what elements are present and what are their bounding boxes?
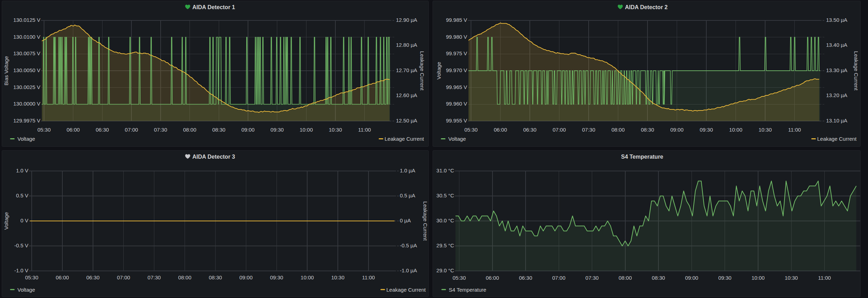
svg-text:29.0 °C: 29.0 °C [436, 267, 454, 273]
svg-text:Voltage: Voltage [448, 136, 466, 142]
svg-text:09:00: 09:00 [241, 127, 255, 133]
svg-text:13.50 µA: 13.50 µA [826, 17, 847, 23]
svg-text:06:00: 06:00 [494, 127, 507, 133]
svg-text:09:00: 09:00 [685, 275, 699, 281]
svg-text:130.0075 V: 130.0075 V [13, 50, 41, 56]
svg-text:07:00: 07:00 [552, 275, 566, 281]
svg-text:13.40 µA: 13.40 µA [826, 42, 847, 48]
svg-text:Voltage: Voltage [18, 136, 35, 142]
svg-text:1.0 µA: 1.0 µA [400, 167, 415, 173]
svg-text:10:00: 10:00 [300, 127, 313, 133]
svg-text:AIDA Detector 1: AIDA Detector 1 [192, 4, 235, 10]
svg-text:0.5 µA: 0.5 µA [400, 192, 415, 198]
svg-text:12.60 µA: 12.60 µA [396, 92, 417, 98]
svg-text:09:00: 09:00 [670, 127, 684, 133]
svg-text:06:00: 06:00 [67, 127, 80, 133]
svg-text:08:00: 08:00 [619, 275, 632, 281]
svg-text:99.975 V: 99.975 V [446, 50, 467, 56]
svg-text:99.960 V: 99.960 V [446, 101, 467, 107]
svg-text:06:30: 06:30 [96, 127, 109, 133]
svg-text:1.0 V: 1.0 V [16, 167, 28, 173]
svg-text:-1.0 V: -1.0 V [14, 267, 28, 273]
svg-text:S4 Temperature: S4 Temperature [449, 287, 486, 293]
svg-text:12.70 µA: 12.70 µA [396, 67, 417, 73]
svg-text:09:30: 09:30 [270, 274, 283, 280]
svg-text:10:30: 10:30 [785, 275, 798, 281]
svg-text:08:00: 08:00 [183, 127, 197, 133]
svg-text:07:30: 07:30 [585, 275, 599, 281]
svg-text:11:00: 11:00 [362, 274, 375, 280]
svg-text:0 µA: 0 µA [400, 217, 411, 223]
svg-text:-0.5 V: -0.5 V [14, 242, 28, 248]
svg-text:Leakage Current: Leakage Current [385, 136, 424, 142]
svg-text:12.90 µA: 12.90 µA [396, 17, 417, 23]
svg-text:30.0 °C: 30.0 °C [436, 217, 454, 223]
svg-text:08:30: 08:30 [209, 274, 222, 280]
svg-text:130.0000 V: 130.0000 V [13, 101, 41, 107]
svg-text:99.970 V: 99.970 V [446, 67, 467, 73]
svg-text:05:30: 05:30 [25, 274, 38, 280]
svg-text:130.0100 V: 130.0100 V [13, 34, 41, 40]
svg-text:99.955 V: 99.955 V [446, 118, 467, 123]
svg-text:10:30: 10:30 [331, 274, 345, 280]
svg-text:-0.5 µA: -0.5 µA [400, 242, 417, 248]
svg-text:06:30: 06:30 [523, 127, 537, 133]
svg-text:29.5 °C: 29.5 °C [436, 242, 454, 248]
svg-text:08:00: 08:00 [612, 127, 625, 133]
svg-text:10:00: 10:00 [751, 275, 765, 281]
svg-text:S4 Temperature: S4 Temperature [621, 154, 663, 160]
svg-text:13.20 µA: 13.20 µA [826, 92, 847, 98]
svg-text:08:30: 08:30 [641, 127, 654, 133]
svg-text:99.985 V: 99.985 V [446, 17, 467, 23]
svg-text:Leakage Current: Leakage Current [853, 51, 859, 91]
svg-text:Leakage Current: Leakage Current [419, 51, 425, 91]
svg-text:06:00: 06:00 [486, 275, 499, 281]
svg-text:AIDA Detector 3: AIDA Detector 3 [192, 154, 235, 160]
svg-text:05:30: 05:30 [453, 275, 466, 281]
svg-text:11:00: 11:00 [358, 127, 371, 133]
svg-text:09:30: 09:30 [700, 127, 713, 133]
svg-text:13.10 µA: 13.10 µA [826, 118, 847, 123]
svg-text:06:30: 06:30 [519, 275, 532, 281]
svg-text:10:00: 10:00 [729, 127, 743, 133]
svg-text:Leakage Current: Leakage Current [817, 136, 857, 142]
svg-text:0 V: 0 V [20, 217, 29, 223]
svg-text:07:30: 07:30 [582, 127, 595, 133]
svg-text:Leakage Current: Leakage Current [386, 287, 426, 293]
svg-text:11:00: 11:00 [818, 275, 831, 281]
svg-text:130.0050 V: 130.0050 V [13, 67, 41, 73]
svg-text:07:00: 07:00 [125, 127, 138, 133]
svg-text:13.30 µA: 13.30 µA [826, 67, 847, 73]
svg-text:99.965 V: 99.965 V [446, 84, 467, 90]
svg-text:99.980 V: 99.980 V [446, 34, 467, 40]
svg-text:08:00: 08:00 [178, 274, 192, 280]
svg-text:Voltage: Voltage [3, 212, 9, 230]
svg-text:0.5 V: 0.5 V [16, 192, 28, 198]
svg-text:31.0 °C: 31.0 °C [436, 167, 454, 173]
svg-text:05:30: 05:30 [464, 127, 478, 133]
svg-text:06:00: 06:00 [56, 274, 69, 280]
svg-text:05:30: 05:30 [37, 127, 51, 133]
svg-text:129.9975 V: 129.9975 V [13, 118, 41, 123]
svg-text:10:30: 10:30 [329, 127, 342, 133]
svg-text:12.80 µA: 12.80 µA [396, 42, 417, 48]
svg-text:07:30: 07:30 [154, 127, 167, 133]
svg-text:07:30: 07:30 [148, 274, 161, 280]
svg-text:130.0125 V: 130.0125 V [13, 17, 41, 23]
svg-text:08:30: 08:30 [652, 275, 665, 281]
svg-text:11:00: 11:00 [788, 127, 801, 133]
svg-text:10:00: 10:00 [300, 274, 314, 280]
svg-text:Voltage: Voltage [18, 287, 35, 293]
svg-text:130.0025 V: 130.0025 V [13, 84, 41, 90]
svg-text:09:30: 09:30 [718, 275, 732, 281]
svg-text:30.5 °C: 30.5 °C [436, 192, 454, 198]
svg-text:06:30: 06:30 [86, 274, 100, 280]
svg-text:Bias Voltage: Bias Voltage [3, 56, 9, 85]
svg-text:07:00: 07:00 [117, 274, 130, 280]
svg-text:09:00: 09:00 [240, 274, 253, 280]
svg-text:AIDA Detector 2: AIDA Detector 2 [625, 4, 668, 10]
svg-text:12.50 µA: 12.50 µA [396, 118, 417, 123]
svg-text:Voltage: Voltage [436, 62, 442, 80]
svg-text:-1.0 µA: -1.0 µA [400, 267, 417, 273]
svg-text:10:30: 10:30 [758, 127, 772, 133]
